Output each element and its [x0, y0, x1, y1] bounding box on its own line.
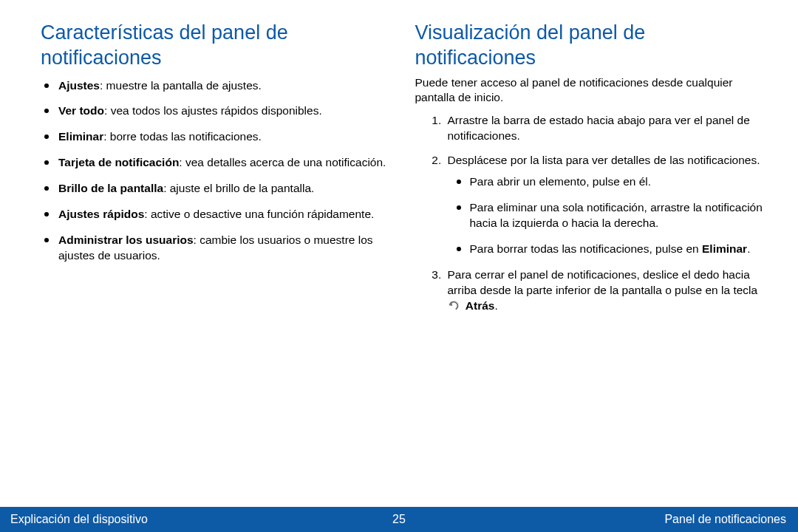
step-text: Arrastre la barra de estado hacia abajo …: [448, 114, 750, 142]
step-item: Arrastre la barra de estado hacia abajo …: [445, 113, 769, 144]
list-item: Ver todo: vea todos los ajustes rápidos …: [41, 103, 395, 119]
left-heading: Características del panel de notificacio…: [41, 21, 395, 71]
item-text: : active o desactive una función rápidam…: [144, 208, 374, 220]
features-list: Ajustes: muestre la pantalla de ajustes.…: [41, 78, 395, 264]
item-term: Ver todo: [58, 104, 104, 117]
item-text: : vea todos los ajustes rápidos disponib…: [104, 104, 322, 117]
step-bold: Atrás: [466, 299, 495, 312]
sub-text: Para eliminar una sola notificación, arr…: [470, 201, 763, 229]
sub-text: Para abrir un elemento, pulse en él.: [470, 175, 652, 188]
item-term: Administrar los usuarios: [58, 233, 194, 246]
sub-bold: Eliminar: [702, 242, 747, 255]
document-page: Características del panel de notificacio…: [0, 0, 798, 532]
list-item: Eliminar: borre todas las notificaciones…: [41, 129, 395, 145]
sub-text-c: .: [747, 242, 750, 255]
list-item: Ajustes: muestre la pantalla de ajustes.: [41, 78, 395, 94]
right-column: Visualización del panel de notificacione…: [415, 21, 769, 504]
page-footer: Explicación del dispositivo 25 Panel de …: [0, 507, 798, 532]
sub-list: Para abrir un elemento, pulse en él. Par…: [448, 174, 769, 257]
step-text-c: .: [494, 299, 497, 312]
step-item: Para cerrar el panel de notificaciones, …: [445, 267, 769, 314]
steps-list: Arrastre la barra de estado hacia abajo …: [415, 113, 769, 313]
sub-item: Para eliminar una sola notificación, arr…: [448, 200, 769, 231]
list-item: Administrar los usuarios: cambie los usu…: [41, 233, 395, 264]
step-text: Desplácese por la lista para ver detalle…: [448, 154, 760, 166]
list-item: Brillo de la pantalla: ajuste el brillo …: [41, 181, 395, 197]
content-columns: Características del panel de notificacio…: [0, 0, 798, 504]
item-text: : muestre la pantalla de ajustes.: [100, 79, 262, 92]
left-column: Características del panel de notificacio…: [41, 21, 395, 504]
item-text: : vea detalles acerca de una notificació…: [179, 156, 386, 168]
item-term: Ajustes rápidos: [58, 208, 144, 220]
footer-right: Panel de notificaciones: [664, 513, 786, 526]
list-item: Tarjeta de notificación: vea detalles ac…: [41, 155, 395, 171]
list-item: Ajustes rápidos: active o desactive una …: [41, 207, 395, 222]
intro-text: Puede tener acceso al panel de notificac…: [415, 75, 769, 106]
item-text: : ajuste el brillo de la pantalla.: [163, 182, 314, 194]
item-term: Ajustes: [58, 79, 100, 92]
right-heading: Visualización del panel de notificacione…: [415, 21, 769, 71]
back-icon: [448, 300, 461, 312]
item-term: Tarjeta de notificación: [58, 156, 179, 168]
item-text: : borre todas las notificaciones.: [103, 130, 262, 143]
sub-text-a: Para borrar todas las notificaciones, pu…: [470, 242, 702, 255]
footer-left: Explicación del dispositivo: [10, 513, 148, 526]
step-item: Desplácese por la lista para ver detalle…: [445, 153, 769, 257]
item-term: Eliminar: [58, 130, 103, 143]
item-term: Brillo de la pantalla: [58, 182, 163, 194]
sub-item: Para abrir un elemento, pulse en él.: [448, 174, 769, 190]
step-text-a: Para cerrar el panel de notificaciones, …: [448, 268, 758, 296]
sub-item: Para borrar todas las notificaciones, pu…: [448, 242, 769, 257]
